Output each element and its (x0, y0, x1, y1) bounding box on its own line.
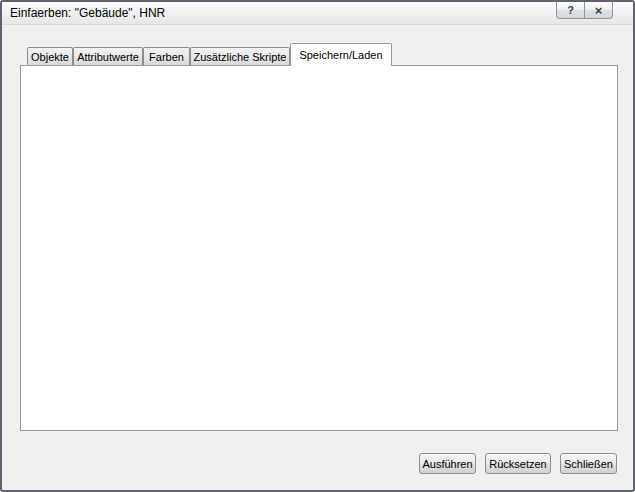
tab-label: Objekte (31, 51, 69, 63)
tab-label: Speichern/Laden (299, 49, 382, 61)
help-icon: ? (567, 4, 574, 16)
help-button[interactable]: ? (556, 2, 585, 19)
dialog-window: Einfaerben: "Gebäude", HNR ? × Objekte A… (0, 0, 635, 492)
button-label: Schließen (564, 458, 613, 470)
tab-objekte[interactable]: Objekte (27, 47, 73, 65)
tab-zusaetzliche-skripte[interactable]: Zusätzliche Skripte (190, 47, 290, 65)
button-label: Ausführen (422, 458, 472, 470)
schliessen-button[interactable]: Schließen (560, 453, 617, 474)
tab-speichern-laden[interactable]: Speichern/Laden (290, 43, 392, 66)
close-icon: × (595, 3, 603, 18)
tab-farben[interactable]: Farben (143, 47, 190, 65)
title-bar[interactable]: Einfaerben: "Gebäude", HNR ? × (2, 2, 633, 25)
window-title: Einfaerben: "Gebäude", HNR (10, 6, 165, 20)
tab-label: Farben (149, 51, 184, 63)
caption-button-group: ? × (556, 2, 613, 19)
button-label: Rücksetzen (489, 458, 546, 470)
close-button[interactable]: × (584, 2, 613, 19)
tab-label: Attributwerte (77, 51, 139, 63)
tab-panel-speichern-laden (20, 65, 618, 431)
ruecksetzen-button[interactable]: Rücksetzen (485, 453, 551, 474)
ausfuehren-button[interactable]: Ausführen (419, 453, 476, 474)
tab-attributwerte[interactable]: Attributwerte (73, 47, 143, 65)
tab-label: Zusätzliche Skripte (194, 51, 287, 63)
